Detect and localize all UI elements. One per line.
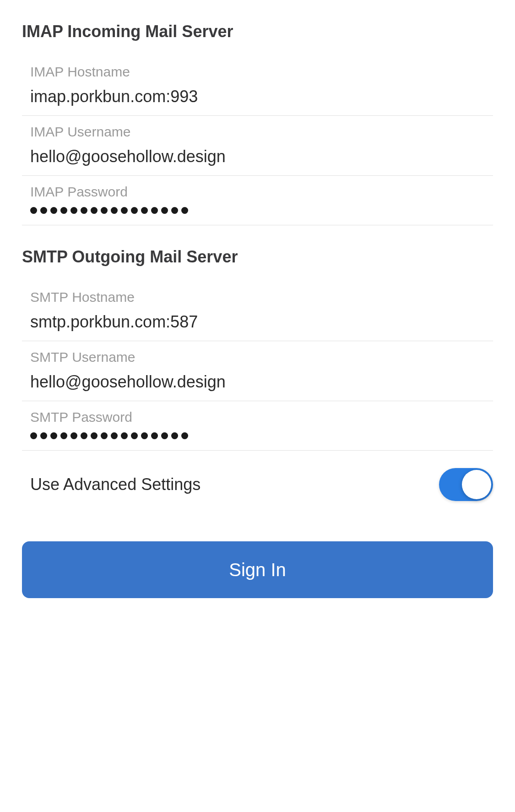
smtp-section-heading: SMTP Outgoing Mail Server bbox=[22, 247, 493, 267]
imap-username-input[interactable] bbox=[30, 147, 493, 166]
imap-hostname-field: IMAP Hostname bbox=[22, 56, 493, 116]
advanced-settings-row: Use Advanced Settings bbox=[22, 451, 493, 518]
advanced-settings-toggle[interactable] bbox=[439, 468, 493, 501]
smtp-username-input[interactable] bbox=[30, 372, 493, 392]
advanced-settings-label: Use Advanced Settings bbox=[30, 475, 201, 494]
imap-username-label: IMAP Username bbox=[30, 124, 493, 140]
smtp-password-label: SMTP Password bbox=[30, 409, 493, 425]
imap-password-label: IMAP Password bbox=[30, 184, 493, 200]
imap-username-field: IMAP Username bbox=[22, 116, 493, 176]
imap-hostname-input[interactable] bbox=[30, 87, 493, 106]
smtp-password-input[interactable] bbox=[30, 432, 493, 439]
smtp-hostname-field: SMTP Hostname bbox=[22, 281, 493, 341]
imap-section-heading: IMAP Incoming Mail Server bbox=[22, 22, 493, 41]
toggle-knob bbox=[462, 470, 491, 499]
smtp-username-field: SMTP Username bbox=[22, 341, 493, 401]
smtp-hostname-label: SMTP Hostname bbox=[30, 289, 493, 305]
imap-hostname-label: IMAP Hostname bbox=[30, 64, 493, 80]
imap-password-field: IMAP Password bbox=[22, 176, 493, 225]
sign-in-button[interactable]: Sign In bbox=[22, 541, 493, 598]
smtp-username-label: SMTP Username bbox=[30, 349, 493, 365]
smtp-password-field: SMTP Password bbox=[22, 401, 493, 451]
smtp-hostname-input[interactable] bbox=[30, 312, 493, 332]
imap-password-input[interactable] bbox=[30, 207, 493, 214]
